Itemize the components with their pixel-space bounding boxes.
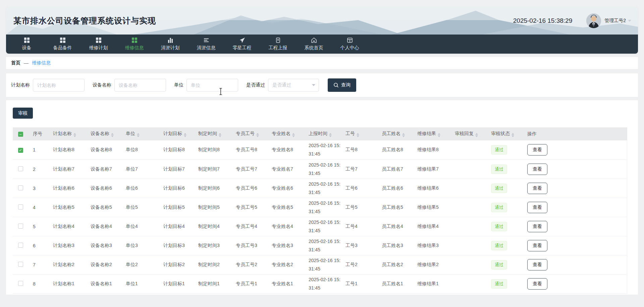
- sort-icon[interactable]: [137, 133, 140, 137]
- nav-item-spare-parts[interactable]: 备品备件: [45, 35, 80, 54]
- panel-icon: [347, 37, 353, 43]
- column-header-report_time[interactable]: 上报时间: [304, 127, 341, 140]
- breadcrumb: 首页 — 维修信息: [6, 57, 638, 69]
- row-checkbox[interactable]: [18, 281, 23, 286]
- nav-item-label: 零星工程: [233, 45, 252, 51]
- cell-device_name: 设备名称7: [86, 160, 121, 179]
- sort-icon[interactable]: [219, 133, 221, 137]
- select-all-checkbox[interactable]: –: [18, 132, 23, 137]
- cell-repair_result: 维修结果2: [413, 255, 450, 274]
- user-name[interactable]: 管理工号2: [604, 18, 626, 24]
- table-row: 8计划名称1设备名称1单位1计划目标1制定时间1专员工号1专业姓名12025-0…: [13, 274, 627, 293]
- sort-icon[interactable]: [256, 133, 259, 137]
- cell-repair_result: 维修结果3: [413, 236, 450, 255]
- sort-icon[interactable]: [329, 133, 332, 137]
- cell-unit: 单位1: [121, 274, 159, 293]
- column-label-audit_reply: 审核回复: [455, 131, 474, 136]
- cell-specialist_name: 专业姓名2: [267, 255, 304, 274]
- table-body: ✓1计划名称8设备名称8单位8计划目标8制定时间8专员工号8专业姓名82025-…: [13, 140, 627, 293]
- column-header-audit_reply[interactable]: 审核回复: [450, 127, 486, 140]
- row-checkbox[interactable]: ✓: [18, 148, 23, 153]
- sort-icon[interactable]: [357, 133, 359, 137]
- column-header-specialist_name[interactable]: 专业姓名: [267, 127, 304, 140]
- search-pass-status-select[interactable]: 是否通过: [268, 79, 319, 91]
- view-button[interactable]: 查看: [527, 183, 547, 194]
- column-header-worker_no[interactable]: 工号: [341, 127, 377, 140]
- user-avatar[interactable]: [586, 13, 601, 28]
- report-time-value: 2025-02-16 15:31:45: [309, 256, 343, 273]
- cell-specialist_name: 专业姓名8: [267, 140, 304, 160]
- sort-icon[interactable]: [512, 133, 514, 137]
- sort-icon[interactable]: [73, 133, 76, 137]
- cell-action: 查看: [523, 255, 627, 274]
- column-header-unit[interactable]: 单位: [121, 127, 159, 140]
- sort-icon[interactable]: [475, 133, 478, 137]
- audit-button[interactable]: 审核: [13, 108, 33, 119]
- search-plan-name-input[interactable]: [33, 79, 85, 91]
- search-field-device-name: 设备名称: [93, 79, 166, 91]
- view-button[interactable]: 查看: [527, 202, 547, 213]
- cell-plan_goal: 计划目标4: [159, 217, 194, 236]
- nav-item-dredge-plan[interactable]: 清淤计划: [152, 35, 188, 54]
- sort-icon[interactable]: [184, 133, 186, 137]
- cell-unit: 单位2: [121, 255, 159, 274]
- view-button[interactable]: 查看: [527, 164, 547, 175]
- cell-specialist_no: 专员工号6: [231, 179, 267, 198]
- nav-item-system-home[interactable]: 系统首页: [296, 35, 332, 54]
- nav-item-repair-info[interactable]: 维修信息: [116, 35, 152, 54]
- row-checkbox[interactable]: [18, 224, 23, 229]
- sort-icon[interactable]: [292, 133, 295, 137]
- cell-specialist_no: 专员工号5: [231, 198, 267, 217]
- cell-device_name: 设备名称2: [86, 255, 121, 274]
- cell-make_time: 制定时间5: [194, 198, 231, 217]
- nav-item-dredge-info[interactable]: 清淤信息: [188, 35, 224, 54]
- cell-repair_result: 维修结果4: [413, 217, 450, 236]
- view-button[interactable]: 查看: [527, 221, 547, 232]
- nav-item-repair-plan[interactable]: 维修计划: [80, 35, 116, 54]
- column-header-device_name[interactable]: 设备名称: [86, 127, 121, 140]
- cell-repair_result: 维修结果5: [413, 198, 450, 217]
- nav-item-label: 备品备件: [53, 45, 72, 51]
- search-unit-input[interactable]: [186, 79, 238, 91]
- cell-report_time: 2025-02-16 15:31:45: [304, 179, 341, 198]
- view-button[interactable]: 查看: [527, 240, 547, 251]
- view-button[interactable]: 查看: [527, 278, 547, 290]
- table-row: 6计划名称3设备名称3单位3计划目标3制定时间3专员工号3专业姓名32025-0…: [13, 236, 627, 255]
- cell-plan_goal: 计划目标8: [159, 140, 194, 160]
- sort-icon[interactable]: [402, 133, 405, 137]
- cell-checkbox: [13, 274, 28, 293]
- view-button[interactable]: 查看: [527, 144, 547, 156]
- cell-plan_goal: 计划目标5: [159, 198, 194, 217]
- cell-checkbox: [13, 160, 28, 179]
- cell-worker_no: 工号8: [341, 140, 377, 160]
- query-button[interactable]: 查询: [328, 78, 356, 92]
- breadcrumb-home[interactable]: 首页: [11, 60, 20, 66]
- column-header-specialist_no[interactable]: 专员工号: [231, 127, 267, 140]
- row-checkbox[interactable]: [18, 166, 23, 171]
- row-checkbox[interactable]: [18, 262, 23, 267]
- report-time-value: 2025-02-16 15:31:45: [309, 180, 343, 197]
- row-checkbox[interactable]: [18, 243, 23, 248]
- column-header-audit_status[interactable]: 审核状态: [486, 127, 523, 140]
- column-header-repair_result[interactable]: 维修结果: [413, 127, 450, 140]
- nav-item-project-report[interactable]: 工程上报: [260, 35, 296, 54]
- column-header-plan_name[interactable]: 计划名称: [48, 127, 86, 140]
- nav-item-minor-works[interactable]: 零星工程: [224, 35, 260, 54]
- chevron-down-icon[interactable]: [628, 20, 631, 22]
- cell-plan_name: 计划名称3: [48, 236, 86, 255]
- search-device-name-input[interactable]: [114, 79, 166, 91]
- row-checkbox[interactable]: [18, 204, 23, 209]
- sort-icon[interactable]: [111, 133, 114, 137]
- column-header-worker_name[interactable]: 员工姓名: [377, 127, 413, 140]
- breadcrumb-current[interactable]: 维修信息: [32, 60, 51, 66]
- cell-index: 3: [28, 179, 48, 198]
- column-header-plan_goal[interactable]: 计划目标: [159, 127, 194, 140]
- cell-audit_status: 通过: [486, 140, 523, 160]
- nav-item-personal-center[interactable]: 个人中心: [332, 35, 368, 54]
- column-header-make_time[interactable]: 制定时间: [194, 127, 231, 140]
- cell-audit_reply: [450, 179, 486, 198]
- sort-icon[interactable]: [438, 133, 440, 137]
- view-button[interactable]: 查看: [527, 259, 547, 270]
- nav-item-equipment[interactable]: 设备: [9, 35, 45, 54]
- row-checkbox[interactable]: [18, 185, 23, 190]
